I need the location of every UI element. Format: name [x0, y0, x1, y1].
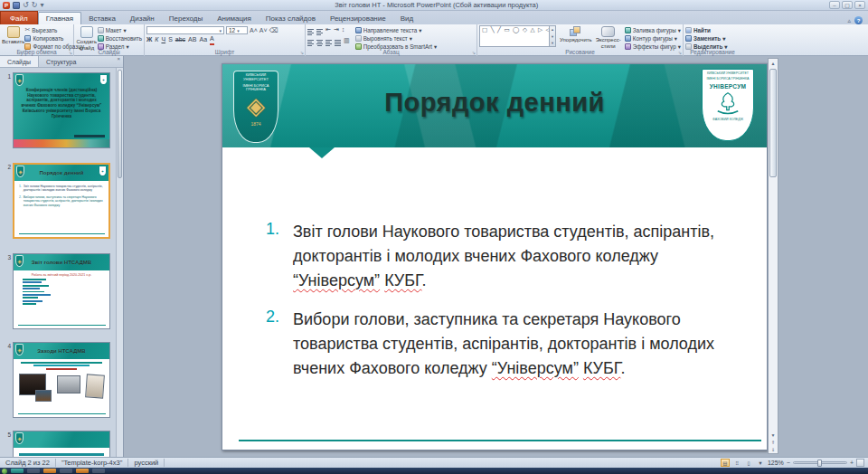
font-color-button[interactable]: А — [210, 34, 214, 45]
slide-thumbnail-2[interactable]: ◈ Порядок денний ✦ 1.Звіт голови Науково… — [13, 163, 110, 239]
fit-to-window-button[interactable] — [856, 459, 864, 467]
close-button[interactable]: × — [854, 1, 865, 9]
tab-transitions[interactable]: Переходы — [162, 12, 211, 24]
scroll-up-icon[interactable]: ▲ — [771, 59, 776, 68]
grow-font-icon[interactable]: A˄ — [250, 27, 258, 34]
paste-button[interactable]: Вставить — [2, 25, 24, 50]
align-right-button[interactable] — [326, 35, 332, 46]
tab-design[interactable]: Дизайн — [123, 12, 162, 24]
slideshow-view-button[interactable]: ▼ — [756, 459, 765, 467]
find-button[interactable]: Найти — [685, 26, 740, 33]
decrease-indent-icon[interactable]: ⇤ — [326, 26, 331, 33]
numbering-button[interactable] — [316, 24, 323, 35]
quick-styles-button[interactable]: Экспресс-стили — [596, 25, 621, 49]
justify-button[interactable] — [335, 35, 341, 46]
paragraph-dialog-launcher-icon[interactable]: ⇘ — [472, 51, 476, 55]
taskbar-app[interactable] — [27, 469, 40, 473]
slide-thumbnail-3[interactable]: ◈ Звіт голови НТСАДМВ Робота за звітний … — [13, 253, 110, 329]
shapes-gallery-scrollbar[interactable]: ▲▼▼ — [550, 25, 556, 47]
line-spacing-icon[interactable]: ↕ — [342, 26, 345, 33]
taskbar-app[interactable] — [11, 469, 24, 473]
slide-thumbnail-4[interactable]: ◈ Заходи НТСАДМВ — [13, 342, 110, 418]
slide-title[interactable]: Порядок денний — [331, 88, 658, 118]
font-dialog-launcher-icon[interactable]: ⇘ — [300, 51, 304, 55]
bullets-button[interactable] — [307, 24, 314, 35]
increase-indent-icon[interactable]: ⇥ — [334, 26, 339, 33]
clear-formatting-icon[interactable]: ⌫ — [269, 27, 278, 34]
shape-fill-button[interactable]: Заливка фигуры ▾ — [625, 26, 681, 33]
columns-icon[interactable]: ▥ — [344, 37, 350, 44]
help-icon[interactable]: ? — [854, 16, 863, 24]
clipboard-dialog-launcher-icon[interactable]: ⇘ — [69, 51, 72, 55]
text-direction-button[interactable]: Направление текста ▾ — [355, 26, 438, 33]
zoom-slider[interactable] — [793, 461, 847, 464]
font-size-combo[interactable]: 12▾ — [226, 26, 248, 34]
reset-button[interactable]: Восстановить — [98, 34, 142, 42]
taskbar-app[interactable] — [43, 469, 56, 473]
pane-close-icon[interactable]: × — [117, 56, 123, 67]
align-center-button[interactable] — [316, 35, 323, 46]
slide[interactable]: КИЇВСЬКИЙ УНІВЕРСИТЕТ ІМЕНІ БОРИСА ГРІНЧ… — [222, 63, 768, 450]
zoom-out-icon[interactable]: − — [787, 460, 790, 466]
zoom-slider-thumb[interactable] — [817, 460, 822, 467]
slide-sorter-view-button[interactable]: ⠿ — [732, 459, 741, 467]
layout-button[interactable]: Макет ▾ — [98, 26, 142, 33]
previous-slide-icon[interactable]: ⇑ — [771, 440, 775, 445]
start-button-icon[interactable] — [2, 469, 7, 474]
shrink-font-icon[interactable]: A˅ — [259, 27, 268, 34]
tab-view[interactable]: Вид — [393, 12, 420, 24]
zoom-in-icon[interactable]: + — [850, 460, 854, 466]
taskbar-app[interactable] — [92, 469, 105, 473]
scroll-down-icon[interactable]: ▼ — [771, 432, 776, 438]
drawing-dialog-launcher-icon[interactable]: ⇘ — [678, 51, 682, 55]
shape-outline-button[interactable]: Контур фигуры ▾ — [625, 34, 681, 42]
italic-button[interactable]: К — [155, 35, 158, 44]
bold-button[interactable]: Ж — [146, 35, 152, 44]
zoom-level[interactable]: 125% — [768, 460, 784, 466]
reading-view-button[interactable]: ▯ — [744, 459, 753, 467]
font-name-combo[interactable]: ▾ — [146, 26, 224, 34]
align-left-button[interactable] — [307, 35, 314, 46]
character-spacing-button[interactable]: АВ — [188, 35, 196, 44]
redo-icon[interactable]: ↻ — [32, 2, 38, 9]
language-indicator[interactable]: русский — [128, 459, 165, 467]
pane-tab-slides[interactable]: Слайды — [0, 56, 39, 67]
tab-insert[interactable]: Вставка — [81, 12, 123, 24]
save-icon[interactable] — [13, 2, 20, 9]
universum-badge: КИЇВСЬКИЙ УНІВЕРСИТЕТ ІМЕНІ БОРИСА ГРІНЧ… — [702, 69, 754, 141]
powerpoint-app-icon[interactable]: P — [3, 2, 10, 9]
agenda-item-1[interactable]: 1. Звіт голови Наукового товариства студ… — [266, 220, 749, 293]
underline-button[interactable]: Ч — [161, 35, 165, 44]
shapes-gallery[interactable]: ▢╲╱▭◯◇△▷◁▽□○☆▣◻△▭◯ — [479, 25, 550, 47]
new-slide-icon — [80, 26, 93, 38]
taskbar-app[interactable] — [60, 469, 72, 473]
tab-review[interactable]: Рецензирование — [323, 12, 393, 24]
text-shadow-button[interactable]: S — [168, 35, 173, 44]
agenda-item-2[interactable]: 2. Вибори голови, заступника та секретар… — [266, 308, 749, 381]
tab-slideshow[interactable]: Показ слайдов — [259, 12, 323, 24]
slide-thumbnail-5[interactable]: ◈ — [13, 431, 110, 457]
minimize-button[interactable]: – — [829, 1, 840, 9]
change-case-button[interactable]: Аа — [199, 35, 207, 44]
pane-tab-outline[interactable]: Структура — [39, 56, 83, 67]
tab-home[interactable]: Главная — [38, 12, 81, 24]
arrange-button[interactable]: Упорядочить — [560, 25, 592, 43]
tab-file[interactable]: Файл — [0, 11, 38, 24]
normal-view-button[interactable]: ▤ — [721, 459, 730, 467]
tab-animations[interactable]: Анимация — [210, 12, 259, 24]
sidebar-scrollbar[interactable] — [116, 68, 123, 457]
next-slide-icon[interactable]: ⇓ — [771, 447, 775, 452]
new-slide-button[interactable]: Создать слайд — [76, 25, 98, 51]
maximize-button[interactable]: ▢ — [842, 1, 853, 9]
vertical-scrollbar[interactable]: ▲ ▼ ⇑ ⇓ — [768, 58, 778, 454]
ribbon-tab-bar: Файл Главная Вставка Дизайн Переходы Ани… — [0, 11, 868, 24]
minimize-ribbon-icon[interactable]: ▵ — [847, 17, 851, 24]
taskbar-app[interactable] — [76, 469, 89, 473]
align-text-button[interactable]: Выровнять текст ▾ — [355, 34, 438, 42]
scroll-thumb[interactable] — [769, 69, 777, 177]
replace-button[interactable]: Заменить ▾ — [685, 34, 740, 42]
strikethrough-button[interactable]: abc — [175, 35, 185, 44]
slide-thumbnail-1[interactable]: ◈ ✦ Конференція членів (дистанційна) Нау… — [13, 72, 110, 148]
sidebar-scroll-thumb[interactable] — [118, 70, 122, 178]
undo-icon[interactable]: ↺ — [23, 2, 29, 9]
